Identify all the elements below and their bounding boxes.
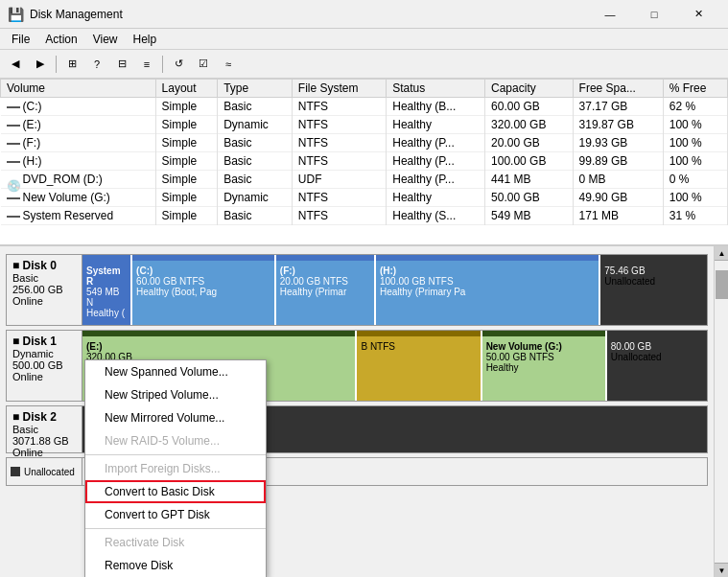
menu-file[interactable]: File: [4, 31, 37, 48]
disk0-p4-content: 75.46 GB Unallocated: [604, 265, 703, 287]
disk0-p3-status: Healthy (Primary Pa: [380, 287, 595, 297]
forward-button[interactable]: ▶: [29, 53, 52, 76]
ctx-new-mirrored[interactable]: New Mirrored Volume...: [85, 406, 266, 429]
table-row[interactable]: (C:) Simple Basic NTFS Healthy (B... 60.…: [1, 98, 728, 116]
col-status[interactable]: Status: [387, 80, 485, 98]
unallocated-label: Unallocated: [6, 457, 82, 486]
free-cell: 37.17 GB: [573, 98, 663, 116]
close-button[interactable]: ✕: [676, 0, 720, 29]
disk1-p1-content: B NTFS: [361, 341, 476, 352]
status-cell: Healthy (P...: [387, 171, 485, 189]
type-cell: Basic: [218, 207, 293, 225]
layout-cell: Simple: [155, 171, 218, 189]
fs-cell: NTFS: [292, 152, 386, 171]
capacity-cell: 60.00 GB: [485, 98, 574, 116]
ctx-convert-basic[interactable]: Convert to Basic Disk: [85, 480, 266, 503]
col-filesystem[interactable]: File System: [292, 80, 386, 98]
disk1-bar0: [82, 331, 355, 336]
layout-cell: Simple: [155, 152, 218, 171]
disk1-unallocated[interactable]: 80.00 GB Unallocated: [607, 331, 707, 401]
disk1-p2-size: 50.00 GB NTFS: [486, 352, 601, 362]
disk1-partition-g[interactable]: New Volume (G:) 50.00 GB NTFS Healthy: [482, 331, 607, 401]
col-capacity[interactable]: Capacity: [485, 80, 574, 98]
disk0-p0-content: System R 549 MB N Healthy (: [86, 265, 127, 318]
menu-view[interactable]: View: [85, 31, 126, 48]
vol-cell: System Reserved: [1, 207, 156, 225]
pct-cell: 100 %: [663, 152, 727, 171]
disk0-partition-f[interactable]: (F:) 20.00 GB NTFS Healthy (Primar: [276, 255, 376, 325]
fs-cell: NTFS: [292, 98, 386, 116]
table-row[interactable]: (F:) Simple Basic NTFS Healthy (P... 20.…: [1, 134, 728, 152]
disk0-p1-size: 60.00 GB NTFS: [136, 276, 270, 287]
maximize-button[interactable]: □: [632, 0, 676, 29]
volume-table-container: Volume Layout Type File System Status Ca…: [0, 79, 728, 246]
capacity-cell: 100.00 GB: [485, 152, 574, 171]
menu-help[interactable]: Help: [126, 31, 165, 48]
check-button[interactable]: ☑: [192, 53, 215, 76]
free-cell: 99.89 GB: [573, 152, 663, 171]
disk0-unallocated[interactable]: 75.46 GB Unallocated: [600, 255, 707, 325]
disk2-type: Basic: [12, 424, 76, 435]
ctx-convert-gpt[interactable]: Convert to GPT Disk: [85, 503, 266, 526]
col-volume[interactable]: Volume: [1, 80, 156, 98]
scroll-track: [715, 261, 728, 563]
table-row[interactable]: 💿DVD_ROM (D:) Simple Basic UDF Healthy (…: [1, 171, 728, 189]
disk0-partition-sysres[interactable]: System R 549 MB N Healthy (: [82, 255, 132, 325]
disk0-p4-size: 75.46 GB: [604, 265, 703, 276]
toolbar-sep2: [162, 56, 163, 73]
disk0-p1-name: (C:): [136, 265, 270, 276]
disk1-size: 500.00 GB: [12, 359, 76, 371]
view-button[interactable]: ⊞: [60, 53, 83, 76]
fs-cell: NTFS: [292, 207, 386, 225]
disk0-p4-status: Unallocated: [604, 276, 703, 287]
pct-cell: 100 %: [663, 116, 727, 134]
disk2-size: 3071.88 GB: [12, 435, 76, 447]
ctx-new-spanned[interactable]: New Spanned Volume...: [85, 360, 266, 383]
disk0-partition-c[interactable]: (C:) 60.00 GB NTFS Healthy (Boot, Pag: [132, 255, 276, 325]
disk0-p3-content: (H:) 100.00 GB NTFS Healthy (Primary Pa: [380, 265, 595, 297]
ctx-new-striped[interactable]: New Striped Volume...: [85, 383, 266, 406]
menu-action[interactable]: Action: [37, 31, 84, 48]
scroll-thumb[interactable]: [716, 270, 728, 299]
table-row[interactable]: System Reserved Simple Basic NTFS Health…: [1, 207, 728, 225]
disk0-p3-name: (H:): [380, 265, 595, 276]
disk1-p1-size: B NTFS: [361, 341, 476, 352]
titlebar: 💾 Disk Management — □ ✕: [0, 0, 728, 29]
table-row[interactable]: (H:) Simple Basic NTFS Healthy (P... 100…: [1, 152, 728, 171]
window-controls: — □ ✕: [588, 0, 720, 29]
back-button[interactable]: ◀: [4, 53, 27, 76]
col-layout[interactable]: Layout: [155, 80, 218, 98]
help-button[interactable]: ?: [85, 53, 108, 76]
col-pctfree[interactable]: % Free: [663, 80, 727, 98]
ctx-sep2: [85, 528, 266, 529]
type-cell: Basic: [218, 171, 293, 189]
disk1-label: ■ Disk 1 Dynamic 500.00 GB Online: [6, 330, 82, 402]
minimize-button[interactable]: —: [588, 0, 632, 29]
pct-cell: 31 %: [663, 207, 727, 225]
ctx-new-raid5: New RAID-5 Volume...: [85, 429, 266, 452]
settings-button[interactable]: ≈: [217, 53, 240, 76]
scroll-up-btn[interactable]: ▲: [715, 246, 728, 261]
disk1-p3-size: 80.00 GB: [611, 341, 703, 352]
scroll-down-btn[interactable]: ▼: [715, 563, 728, 577]
col-type[interactable]: Type: [218, 80, 293, 98]
table-row[interactable]: New Volume (G:) Simple Dynamic NTFS Heal…: [1, 189, 728, 207]
disk0-name: ■ Disk 0: [12, 259, 76, 272]
disk0-partition-h[interactable]: (H:) 100.00 GB NTFS Healthy (Primary Pa: [376, 255, 600, 325]
table-row[interactable]: (E:) Simple Dynamic NTFS Healthy 320.00 …: [1, 116, 728, 134]
disk-area: ■ Disk 0 Basic 256.00 GB Online System R…: [0, 246, 728, 577]
disk0-p1-status: Healthy (Boot, Pag: [136, 287, 270, 297]
disk1-status: Online: [12, 371, 76, 382]
refresh-button[interactable]: ↺: [167, 53, 190, 76]
disk1-partition-mid[interactable]: B NTFS: [357, 331, 481, 401]
capacity-cell: 20.00 GB: [485, 134, 574, 152]
vol-cell: (C:): [1, 98, 156, 116]
col-freespace[interactable]: Free Spa...: [573, 80, 663, 98]
ctx-remove-disk[interactable]: Remove Disk: [85, 554, 266, 577]
disk1-p0-name: (E:): [86, 341, 351, 352]
disk2-name: ■ Disk 2: [12, 410, 76, 424]
fs-cell: NTFS: [292, 189, 386, 207]
list-button[interactable]: ≡: [135, 53, 158, 76]
properties-button[interactable]: ⊟: [110, 53, 133, 76]
disk0-status: Online: [12, 295, 76, 307]
